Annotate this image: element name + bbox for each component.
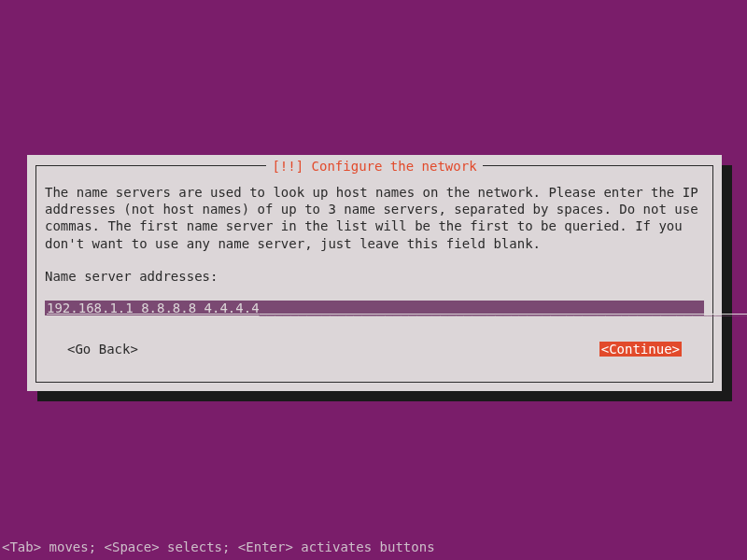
dialog-description: The name servers are used to look up hos… xyxy=(45,184,704,252)
nameserver-field-label: Name server addresses: xyxy=(45,269,704,284)
nameserver-input-value: 192.168.1.1 8.8.8.8 4.4.4.4 xyxy=(47,301,260,315)
nameserver-input[interactable]: 192.168.1.1 8.8.8.8 4.4.4.4_____________… xyxy=(45,301,704,315)
footer-hint: <Tab> moves; <Space> selects; <Enter> ac… xyxy=(2,539,435,554)
configure-network-dialog: [!!] Configure the network The name serv… xyxy=(27,155,722,391)
continue-button[interactable]: <Continue> xyxy=(599,342,682,357)
go-back-button[interactable]: <Go Back> xyxy=(67,342,138,357)
dialog-title: [!!] Configure the network xyxy=(266,159,482,174)
